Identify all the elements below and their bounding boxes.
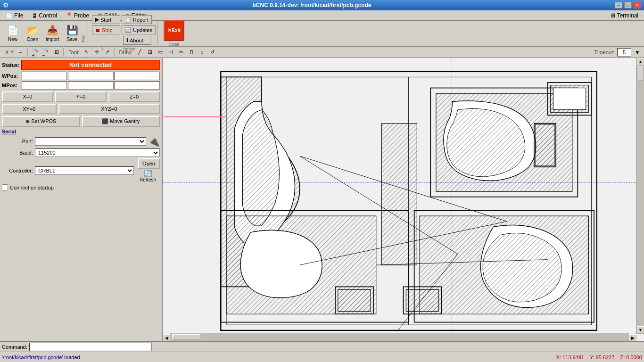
port-row: Port: 🔌 (2, 136, 160, 147)
toolbar2: X-Y ← 🔍+ 🔍− ⊞ Tool: ↖ ✛ ↗ Draw: ╱ ⊞ ▭ ⊣ … (0, 47, 644, 58)
menu-probe[interactable]: 📍 Probe (62, 11, 93, 20)
canvas-area[interactable]: ◀ ▶ ▲ ▼ (163, 58, 644, 341)
refresh-button[interactable]: 🔄 Refresh (140, 170, 156, 182)
pendant-toolbar-group: ▶ Start 📋 Report ⏹ Stop 🔄 Updates ℹ Abou… (90, 22, 158, 45)
scroll-h-thumb[interactable] (172, 334, 200, 340)
connect-icon-group: 🔌 (148, 136, 160, 147)
close-button[interactable]: × (634, 2, 641, 8)
footer-coords: X: 113.9491 Y: 95.6227 Z: 0.0000 (556, 354, 642, 360)
menu-file[interactable]: 📄 File (2, 11, 27, 20)
timeout-dropdown-btn[interactable]: ▼ (633, 48, 642, 57)
open-serial-button[interactable]: Open (138, 158, 160, 169)
timeout-input[interactable] (617, 48, 631, 57)
arrow-left-btn[interactable]: ← (16, 48, 25, 57)
draw-group: Draw: ╱ ⊞ ▭ ⊣ ✂ ⊓ ○ ↺ (116, 48, 220, 57)
control-icon: 🎛 (32, 12, 37, 19)
save-button[interactable]: 💾 Save (63, 23, 81, 44)
footer-bar: '/root/kicad/first/pcb.gcode' loaded X: … (0, 352, 644, 362)
mpos-label: MPos: (2, 81, 21, 90)
move-gantry-button[interactable]: ⬛ Move Gantry (82, 116, 160, 127)
toolbar: 📄 New 📂 Open 📥 Import 💾 Save File ▶ Star… (0, 21, 644, 47)
new-button[interactable]: 📄 New (4, 23, 22, 44)
scroll-left-button[interactable]: ◀ (163, 334, 170, 342)
xyz-zero-button[interactable]: XYZ=0 (58, 104, 160, 114)
xy-label: X-Y (4, 49, 15, 55)
terminal-icon: 🖥 (610, 12, 616, 19)
y-zero-button[interactable]: Y=0 (55, 91, 107, 102)
draw-rect-btn[interactable]: ▭ (156, 48, 165, 57)
main-area: Status: Not connected WPos: MPos: X=0 Y=… (0, 58, 644, 341)
draw-grid-btn[interactable]: ⊞ (145, 48, 155, 57)
baud-select[interactable]: 115200 (35, 148, 160, 157)
x-zero-button[interactable]: X=0 (2, 91, 53, 102)
stop-button[interactable]: ⏹ Stop (92, 25, 120, 34)
scroll-down-button[interactable]: ▼ (637, 326, 644, 334)
zoom-out-button[interactable]: 🔍− (41, 48, 51, 57)
draw-circle-btn[interactable]: ○ (197, 48, 206, 57)
zoom-fit-button[interactable]: ⊞ (52, 48, 61, 57)
start-button[interactable]: ▶ Start (92, 15, 120, 24)
footer-file-message: '/root/kicad/first/pcb.gcode' loaded (2, 354, 80, 360)
exit-button[interactable]: ✕ Exit (164, 20, 184, 41)
titlebar: ⚙ bCNC 0.9.14-dev: /root/kicad/first/pcb… (0, 0, 644, 10)
report-button[interactable]: 📋 Report (122, 15, 152, 24)
exit-icon: ✕ (167, 27, 172, 33)
about-button[interactable]: ℹ About (123, 36, 151, 45)
z-zero-button[interactable]: Z=0 (108, 91, 160, 102)
tool-move-btn[interactable]: ✛ (92, 48, 102, 57)
command-label: Command: (2, 344, 27, 350)
svg-rect-11 (381, 123, 417, 265)
baud-select-wrapper: 115200 (35, 148, 160, 157)
mpos-z-field (115, 81, 160, 90)
port-select-wrapper (35, 137, 146, 146)
tool-label: Tool: (67, 49, 81, 55)
connect-icon: 🔌 (148, 136, 160, 147)
tool-rotate-btn[interactable]: ↗ (103, 48, 112, 57)
scroll-v-track[interactable] (637, 66, 644, 326)
tool-select-btn[interactable]: ↖ (82, 48, 91, 57)
horizontal-scrollbar[interactable]: ◀ ▶ (163, 334, 636, 341)
port-select[interactable] (35, 137, 146, 146)
vertical-scrollbar[interactable]: ▲ ▼ (636, 58, 644, 334)
scroll-right-button[interactable]: ▶ (629, 334, 636, 342)
mpos-y-field (68, 81, 113, 90)
open-button[interactable]: 📂 Open (24, 23, 41, 44)
report-icon: 📋 (125, 16, 132, 23)
baud-label: Baud: (2, 150, 35, 156)
refresh-icon: 🔄 (144, 170, 152, 177)
zoom-in-button[interactable]: 🔍+ (31, 48, 41, 57)
scroll-v-thumb[interactable] (638, 66, 644, 81)
draw-measure-btn[interactable]: ⊣ (166, 48, 175, 57)
start-icon: ▶ (95, 16, 99, 23)
wpos-y-field (68, 72, 113, 80)
maximize-button[interactable]: □ (624, 2, 632, 8)
draw-cut-btn[interactable]: ✂ (176, 48, 186, 57)
scroll-h-track[interactable] (170, 333, 629, 341)
controller-select[interactable]: GRBL1 (35, 166, 134, 175)
scroll-up-button[interactable]: ▲ (637, 58, 644, 66)
cnc-path-drawing (163, 58, 644, 341)
command-input[interactable] (29, 343, 152, 351)
minimize-button[interactable]: − (615, 2, 622, 8)
wpos-x-field (22, 72, 67, 80)
draw-line-btn[interactable]: ╱ (135, 48, 144, 57)
xy-zero-button[interactable]: XY=0 (2, 104, 57, 114)
import-button[interactable]: 📥 Import (43, 23, 61, 44)
zoom-group: 🔍+ 🔍− ⊞ (29, 48, 64, 57)
left-panel: Status: Not connected WPos: MPos: X=0 Y=… (0, 58, 163, 341)
menu-control[interactable]: 🎛 Control (28, 11, 61, 20)
pendant-row-3: ℹ About (92, 36, 151, 45)
updates-button[interactable]: 🔄 Updates (122, 25, 156, 34)
draw-undo-btn[interactable]: ↺ (207, 48, 217, 57)
connect-startup-row: Connect on startup (2, 184, 160, 190)
mpos-x-field (22, 81, 67, 90)
draw-path-btn[interactable]: ⊓ (187, 48, 196, 57)
new-icon: 📄 (7, 25, 19, 36)
xy-group: X-Y ← (2, 48, 28, 57)
xyz-zero-row: XY=0 XYZ=0 (2, 104, 160, 114)
set-wpos-button[interactable]: ⊕ Set WPOS (2, 116, 80, 127)
connect-startup-checkbox[interactable] (2, 184, 8, 190)
open-icon: 📂 (27, 25, 39, 36)
titlebar-controls: − □ × (615, 2, 641, 8)
menu-terminal[interactable]: 🖥 Terminal (606, 11, 642, 20)
